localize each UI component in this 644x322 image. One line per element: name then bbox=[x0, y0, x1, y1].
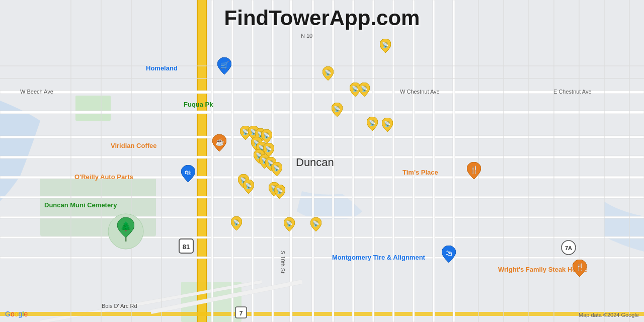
homeland-label: Homeland bbox=[146, 64, 178, 72]
svg-rect-20 bbox=[231, 0, 233, 322]
svg-text:📡: 📡 bbox=[233, 219, 240, 226]
svg-text:📡: 📡 bbox=[273, 165, 280, 172]
tower-marker[interactable]: 📡 bbox=[284, 217, 295, 231]
map-credit: Map data ©2024 Google bbox=[579, 312, 639, 318]
oreilly-marker[interactable]: 🛍 bbox=[181, 165, 195, 182]
tower-marker[interactable]: 📡 bbox=[271, 162, 282, 176]
svg-rect-33 bbox=[101, 0, 102, 322]
wrights-label: Wright's Family Steak House bbox=[498, 266, 588, 274]
w-beech-label: W Beech Ave bbox=[20, 89, 53, 95]
tower-marker[interactable]: 📡 bbox=[274, 185, 285, 199]
svg-rect-27 bbox=[413, 0, 415, 322]
tower-marker[interactable]: 📡 bbox=[323, 66, 334, 80]
tower-marker[interactable]: 📡 bbox=[310, 217, 321, 231]
tims-place-marker[interactable]: 🍴 bbox=[467, 162, 481, 179]
duncan-muni-label: Duncan Muni Cemetery bbox=[44, 201, 117, 209]
tower-marker[interactable]: 📡 bbox=[261, 129, 272, 143]
svg-rect-43 bbox=[0, 65, 644, 66]
svg-text:7A: 7A bbox=[565, 245, 572, 251]
svg-rect-4 bbox=[198, 0, 207, 322]
montgomery-tire-label: Montgomery Tire & Alignment bbox=[332, 254, 425, 261]
svg-text:📡: 📡 bbox=[361, 85, 368, 92]
svg-text:📡: 📡 bbox=[312, 220, 319, 227]
svg-rect-19 bbox=[290, 0, 292, 322]
svg-rect-8 bbox=[0, 111, 644, 114]
svg-text:🍴: 🍴 bbox=[470, 166, 479, 174]
svg-text:📡: 📡 bbox=[286, 220, 293, 227]
svg-text:🛍: 🛍 bbox=[445, 249, 452, 257]
svg-text:📡: 📡 bbox=[263, 132, 270, 139]
svg-rect-13 bbox=[0, 216, 644, 218]
page-title: FindTowerApp.com bbox=[224, 6, 420, 30]
oreilly-label: O'Reilly Auto Parts bbox=[74, 173, 133, 181]
svg-rect-44 bbox=[0, 78, 644, 79]
google-logo: Google bbox=[5, 310, 28, 318]
svg-rect-35 bbox=[161, 0, 162, 322]
tower-marker[interactable]: 📡 bbox=[231, 216, 242, 230]
svg-rect-25 bbox=[372, 0, 374, 322]
svg-rect-28 bbox=[433, 0, 435, 322]
n10-label: N 10 bbox=[301, 33, 312, 39]
svg-rect-2 bbox=[75, 96, 111, 121]
w-chestnut-label: W Chestnut Ave bbox=[400, 89, 440, 95]
svg-text:7: 7 bbox=[239, 310, 243, 317]
svg-text:📡: 📡 bbox=[334, 105, 341, 112]
montgomery-marker[interactable]: 🛍 bbox=[442, 246, 456, 263]
svg-rect-42 bbox=[629, 0, 630, 322]
tower-marker[interactable]: 📡 bbox=[382, 118, 393, 132]
fuqua-pk-label: Fuqua Pk bbox=[184, 101, 213, 108]
svg-text:📡: 📡 bbox=[276, 187, 283, 194]
svg-text:📡: 📡 bbox=[265, 145, 272, 152]
svg-rect-14 bbox=[0, 236, 644, 238]
tower-marker[interactable]: 📡 bbox=[359, 83, 370, 97]
svg-rect-32 bbox=[70, 0, 71, 322]
tower-marker[interactable]: 📡 bbox=[380, 39, 391, 53]
svg-text:📡: 📡 bbox=[325, 69, 332, 76]
svg-rect-36 bbox=[478, 0, 479, 322]
viridian-marker[interactable]: ☕ bbox=[212, 134, 226, 151]
svg-text:📡: 📡 bbox=[384, 120, 391, 127]
tower-marker[interactable]: 📡 bbox=[243, 180, 254, 194]
svg-rect-34 bbox=[131, 0, 132, 322]
svg-text:🌲: 🌲 bbox=[120, 221, 132, 232]
svg-rect-12 bbox=[0, 196, 644, 198]
svg-rect-26 bbox=[392, 0, 394, 322]
svg-text:📡: 📡 bbox=[352, 85, 359, 92]
svg-rect-41 bbox=[604, 0, 605, 322]
e-chestnut-label: E Chestnut Ave bbox=[553, 89, 592, 95]
svg-rect-5 bbox=[197, 0, 198, 322]
svg-rect-7 bbox=[0, 91, 644, 94]
svg-rect-9 bbox=[0, 136, 644, 138]
svg-rect-29 bbox=[453, 0, 455, 322]
svg-text:🛒: 🛒 bbox=[220, 61, 229, 69]
svg-rect-31 bbox=[211, 0, 213, 322]
svg-rect-6 bbox=[206, 0, 207, 322]
viridian-coffee-label: Viridian Coffee bbox=[111, 142, 157, 149]
s10-label: S 10th St bbox=[280, 251, 286, 273]
bois-darc-label: Bois D' Arc Rd bbox=[102, 303, 137, 309]
homeland-marker[interactable]: 🛒 bbox=[217, 57, 231, 74]
svg-rect-18 bbox=[0, 312, 644, 316]
svg-rect-24 bbox=[352, 0, 354, 322]
tower-marker[interactable]: 📡 bbox=[367, 117, 378, 131]
svg-text:☕: ☕ bbox=[215, 138, 224, 146]
svg-text:📡: 📡 bbox=[245, 182, 252, 189]
svg-text:🛍: 🛍 bbox=[185, 169, 192, 177]
cemetery-marker: 🌲 bbox=[117, 217, 134, 237]
map-container: 81 7 7A FindTowerApp.com Homeland Fuqua … bbox=[0, 0, 644, 322]
svg-text:📡: 📡 bbox=[382, 41, 389, 48]
svg-text:81: 81 bbox=[183, 243, 190, 251]
svg-rect-15 bbox=[0, 257, 644, 259]
tower-marker[interactable]: 📡 bbox=[332, 103, 343, 117]
city-label: Duncan bbox=[296, 156, 334, 169]
svg-text:📡: 📡 bbox=[369, 119, 376, 126]
tims-place-label: Tim's Place bbox=[403, 169, 438, 176]
